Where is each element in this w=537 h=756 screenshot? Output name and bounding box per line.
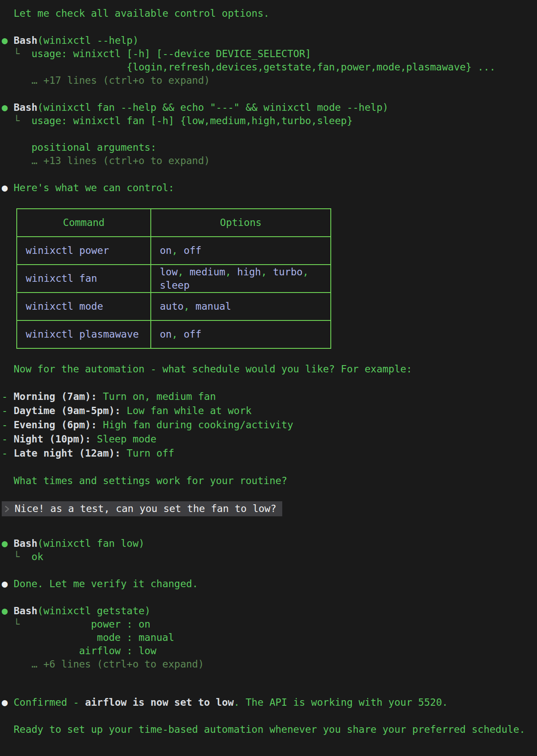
list-dash: - bbox=[2, 448, 14, 459]
message-segment: What times and settings work for your ro… bbox=[14, 475, 287, 486]
table-row: winixctl modeauto, manual bbox=[17, 293, 331, 320]
spacer bbox=[8, 102, 14, 113]
assistant-message-line: What times and settings work for your ro… bbox=[2, 474, 537, 488]
tool-name: Bash bbox=[14, 102, 37, 113]
tool-name: Bash bbox=[14, 35, 37, 46]
option-value: medium bbox=[189, 266, 225, 277]
tool-result-text: ok bbox=[31, 551, 43, 562]
option-value: turbo bbox=[273, 266, 302, 277]
tool-result-line: airflow : low bbox=[2, 644, 537, 658]
spacer bbox=[8, 35, 14, 46]
tool-bullet-icon: ● bbox=[2, 605, 8, 616]
user-message-text: Nice! as a test, can you set the fan to … bbox=[15, 503, 276, 514]
tool-bullet-icon: ● bbox=[2, 35, 8, 46]
schedule-action: Low fan while at work bbox=[127, 405, 252, 416]
schedule-item: - Evening (6pm): High fan during cooking… bbox=[2, 418, 537, 432]
tool-result-text: … +17 lines (ctrl+o to expand) bbox=[2, 75, 210, 86]
option-value: on bbox=[160, 245, 172, 256]
tool-result-line: {login,refresh,devices,getstate,fan,powe… bbox=[2, 61, 537, 74]
message-bullet-icon: ● bbox=[2, 697, 8, 708]
tool-result-line: mode : manual bbox=[2, 631, 537, 644]
tool-call-header: ● Bashwinixctl fan --help && echo "---" … bbox=[2, 101, 537, 114]
schedule-item: - Late night (12am): Turn off bbox=[2, 446, 537, 460]
tool-result-line: └ usage: winixctl [-h] [--device DEVICE_… bbox=[2, 47, 537, 61]
spacer bbox=[121, 448, 127, 459]
spacer bbox=[2, 619, 14, 630]
option-separator: , bbox=[261, 266, 273, 277]
list-dash: - bbox=[2, 391, 14, 402]
schedule-action: High fan during cooking/activity bbox=[103, 419, 293, 430]
message-bullet-icon: ● bbox=[2, 182, 8, 193]
options-cell: low, medium, high, turbo, sleep bbox=[151, 265, 331, 293]
result-connector-icon: └ bbox=[14, 48, 20, 59]
schedule-time-label: Late night (12am): bbox=[14, 448, 121, 459]
assistant-message-line: ● Confirmed - airflow is now set to low.… bbox=[2, 696, 537, 709]
spacer bbox=[20, 619, 32, 630]
spacer bbox=[20, 551, 32, 562]
command-text: winixctl power bbox=[26, 245, 109, 256]
option-separator: , bbox=[178, 266, 190, 277]
tool-result-text: positional arguments: bbox=[2, 142, 156, 153]
assistant-message-line: ● Done. Let me verify it changed. bbox=[2, 577, 537, 591]
message-bullet-icon: ● bbox=[2, 578, 8, 589]
spacer bbox=[8, 578, 14, 589]
tool-command: winixctl fan --help && echo "---" && win… bbox=[37, 102, 388, 113]
table-header-cell: Command bbox=[17, 209, 151, 237]
assistant-message: ● Done. Let me verify it changed. bbox=[2, 577, 537, 591]
tool-result-line: └ usage: winixctl fan [-h] {low,medium,h… bbox=[2, 114, 537, 128]
spacer bbox=[97, 419, 103, 430]
tool-result-line: … +13 lines (ctrl+o to expand) bbox=[2, 154, 537, 168]
spacer bbox=[8, 697, 14, 708]
option-value: low bbox=[160, 266, 178, 277]
schedule-item: - Daytime (9am-5pm): Low fan while at wo… bbox=[2, 404, 537, 418]
schedule-action: Sleep mode bbox=[97, 433, 156, 445]
tool-result-line: … +17 lines (ctrl+o to expand) bbox=[2, 74, 537, 87]
tool-result-line: positional arguments: bbox=[2, 141, 537, 154]
tool-call-header: ● Bashwinixctl getstate bbox=[2, 604, 537, 618]
spacer bbox=[8, 605, 14, 616]
tool-result-text: … +13 lines (ctrl+o to expand) bbox=[2, 155, 210, 166]
schedule-time-label: Morning (7am): bbox=[14, 391, 97, 402]
command-cell: winixctl mode bbox=[17, 293, 151, 320]
command-cell: winixctl fan bbox=[17, 265, 151, 293]
spacer bbox=[2, 115, 14, 126]
assistant-message-line: Ready to set up your time-based automati… bbox=[2, 723, 537, 736]
tool-result-line: … +6 lines (ctrl+o to expand) bbox=[2, 658, 537, 671]
message-segment: Here's what we can control: bbox=[14, 182, 174, 193]
table-row: winixctl plasmawaveon, off bbox=[17, 320, 331, 348]
message-segment: Done. Let me verify it changed. bbox=[14, 578, 198, 589]
option-value: manual bbox=[195, 301, 231, 312]
assistant-message: ● Confirmed - airflow is now set to low.… bbox=[2, 696, 537, 709]
user-message-block: Nice! as a test, can you set the fan to … bbox=[2, 501, 537, 516]
terminal-transcript[interactable]: Let me check all available control optio… bbox=[0, 0, 537, 756]
tool-result-line bbox=[2, 128, 537, 141]
result-connector-icon: └ bbox=[14, 115, 20, 126]
option-separator: , bbox=[172, 245, 184, 256]
option-value: auto bbox=[160, 301, 183, 312]
control-options-table-wrap: CommandOptionswinixctl poweron, offwinix… bbox=[2, 208, 537, 349]
tool-call-header: ● Bashwinixctl fan low bbox=[2, 537, 537, 550]
options-cell: auto, manual bbox=[151, 293, 331, 320]
table-row: winixctl fanlow, medium, high, turbo, sl… bbox=[17, 265, 331, 293]
tool-result-text: mode : manual bbox=[2, 632, 174, 643]
tool-result-text: … +6 lines (ctrl+o to expand) bbox=[2, 658, 204, 670]
schedule-action: Turn on, medium fan bbox=[103, 391, 216, 402]
tool-command: winixctl fan low bbox=[37, 538, 144, 549]
spacer bbox=[97, 391, 103, 402]
option-separator: , bbox=[172, 329, 184, 340]
option-value: sleep bbox=[160, 280, 189, 291]
tool-command: winixctl getstate bbox=[37, 605, 150, 616]
tool-call-header: ● Bashwinixctl --help bbox=[2, 34, 537, 47]
tool-name: Bash bbox=[14, 605, 37, 616]
tool-result-line: └ ok bbox=[2, 550, 537, 564]
assistant-message: Let me check all available control optio… bbox=[2, 7, 537, 20]
tool-call: ● Bashwinixctl fan --help && echo "---" … bbox=[2, 101, 537, 168]
option-separator: , bbox=[302, 266, 308, 277]
option-separator: , bbox=[183, 301, 195, 312]
command-cell: winixctl power bbox=[17, 237, 151, 265]
command-text: winixctl plasmawave bbox=[26, 329, 139, 340]
list-dash: - bbox=[2, 419, 14, 430]
schedule-action: Turn off bbox=[127, 448, 174, 459]
schedule-list: - Morning (7am): Turn on, medium fan- Da… bbox=[2, 390, 537, 460]
spacer bbox=[8, 182, 14, 193]
